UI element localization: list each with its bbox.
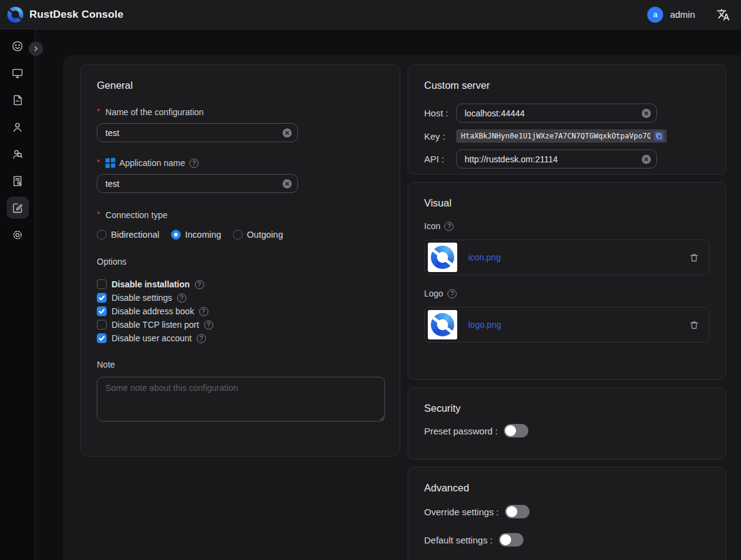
config-name-input[interactable] <box>97 123 298 142</box>
translate-icon[interactable] <box>716 8 730 21</box>
note-label: Note <box>97 360 384 369</box>
sidebar-expand-button[interactable] <box>29 42 43 56</box>
help-icon[interactable]: ? <box>177 293 186 303</box>
clear-icon[interactable] <box>642 108 651 118</box>
chevron-right-icon <box>32 45 39 52</box>
user-icon <box>11 121 24 134</box>
help-icon[interactable]: ? <box>195 280 204 289</box>
rustdesk-logo-icon <box>7 7 23 23</box>
preset-password-label: Preset password : <box>424 426 498 436</box>
host-label: Host : <box>424 108 456 118</box>
default-settings-toggle[interactable] <box>499 533 523 547</box>
logo-label: Logo ? <box>424 289 710 298</box>
sidebar-item-dashboard[interactable] <box>7 35 29 57</box>
app-name-label: * Application name ? <box>97 158 384 168</box>
checkbox-icon <box>97 293 107 303</box>
app-name-input[interactable] <box>97 174 298 193</box>
radio-outgoing[interactable]: Outgoing <box>233 230 283 240</box>
radio-bidirectional[interactable]: Bidirectional <box>97 230 159 240</box>
sidebar-item-custom-client[interactable] <box>7 197 29 219</box>
option-disable-tcp-listen-port[interactable]: Disable TCP listen port ? <box>97 318 384 331</box>
icon-file-card: icon.png <box>424 240 710 275</box>
override-settings-row: Override settings : <box>424 505 710 518</box>
custom-server-title: Custom server <box>424 80 710 91</box>
radio-icon <box>233 230 243 240</box>
general-panel: General * Name of the configuration * Ap… <box>80 64 400 456</box>
app-title: RustDesk Console <box>29 9 123 21</box>
config-name-label: * Name of the configuration <box>97 107 384 117</box>
preset-password-toggle[interactable] <box>504 424 528 437</box>
user-name[interactable]: admin <box>670 9 695 20</box>
icon-thumbnail <box>428 243 457 272</box>
trash-icon[interactable] <box>689 320 699 330</box>
help-icon[interactable]: ? <box>444 222 454 231</box>
host-input[interactable] <box>456 104 657 123</box>
advanced-panel: Advanced Override settings : Default set… <box>408 467 726 560</box>
logo-thumbnail <box>428 310 457 339</box>
radio-incoming[interactable]: Incoming <box>171 230 221 240</box>
security-title: Security <box>424 403 710 414</box>
help-icon[interactable]: ? <box>447 289 457 298</box>
top-bar: RustDesk Console a admin <box>0 0 741 29</box>
logo-file-link[interactable]: logo.png <box>468 320 678 330</box>
api-input[interactable] <box>456 149 657 168</box>
checkbox-icon <box>97 333 107 343</box>
smiley-icon <box>11 40 24 53</box>
preset-password-row: Preset password : <box>424 424 710 437</box>
help-icon[interactable]: ? <box>197 334 206 343</box>
api-label: API : <box>424 154 456 164</box>
help-icon[interactable]: ? <box>204 320 213 330</box>
sidebar-item-devices[interactable] <box>7 62 29 84</box>
clear-icon[interactable] <box>642 154 651 164</box>
option-disable-settings[interactable]: Disable settings ? <box>97 291 384 305</box>
key-value-chip: HtaXBkJNHyn0e1U1jWXze7A7CN7QTGWqxkOtpaVp… <box>456 129 667 143</box>
sidebar-item-logs[interactable] <box>7 89 29 111</box>
brand: RustDesk Console <box>7 7 123 23</box>
settings-icon <box>11 229 24 241</box>
page-background: General * Name of the configuration * Ap… <box>36 29 741 560</box>
icon-file-link[interactable]: icon.png <box>468 252 678 262</box>
option-disable-address-book[interactable]: Disable address book ? <box>97 305 384 318</box>
checkbox-icon <box>97 306 107 316</box>
help-icon[interactable]: ? <box>189 159 199 168</box>
help-icon[interactable]: ? <box>199 307 208 316</box>
general-title: General <box>97 80 384 91</box>
sidebar-item-users[interactable] <box>7 116 29 138</box>
icon-label: Icon ? <box>424 221 710 231</box>
trash-icon[interactable] <box>689 252 699 263</box>
windows-logo-icon <box>105 158 115 168</box>
copy-icon[interactable] <box>654 131 664 141</box>
radio-icon <box>97 230 107 240</box>
option-disable-user-account[interactable]: Disable user account ? <box>97 331 384 345</box>
document-icon <box>11 94 24 107</box>
sidebar-item-settings[interactable] <box>7 224 29 246</box>
advanced-title: Advanced <box>424 482 710 494</box>
key-label: Key : <box>424 131 456 142</box>
monitor-icon <box>11 67 24 80</box>
visual-panel: Visual Icon ? icon.png Logo ? <box>408 182 726 380</box>
override-settings-toggle[interactable] <box>505 505 530 518</box>
security-panel: Security Preset password : <box>408 387 726 460</box>
avatar[interactable]: a <box>647 7 663 23</box>
key-value: HtaXBkJNHyn0e1U1jWXze7A7CN7QTGWqxkOtpaVp… <box>461 132 650 140</box>
custom-server-panel: Custom server Host : Key : HtaXBkJNHyn0e… <box>408 64 726 175</box>
clear-icon[interactable] <box>283 179 292 188</box>
edit-icon <box>11 202 24 214</box>
checkbox-icon <box>97 320 107 330</box>
logo-file-card: logo.png <box>424 307 710 342</box>
user-group-icon <box>11 148 24 161</box>
sidebar-item-groups[interactable] <box>7 143 29 165</box>
clear-icon[interactable] <box>283 128 292 137</box>
option-disable-installation[interactable]: Disable installation ? <box>97 278 384 291</box>
connection-type-group: Bidirectional Incoming Outgoing <box>97 230 384 240</box>
default-settings-label: Default settings : <box>424 535 493 545</box>
required-mark: * <box>97 107 100 116</box>
visual-title: Visual <box>424 197 710 209</box>
sidebar <box>0 29 36 560</box>
connection-type-label: * Connection type <box>97 210 384 220</box>
radio-icon <box>171 230 181 240</box>
audit-log-icon <box>11 175 24 187</box>
default-settings-row: Default settings : <box>424 533 710 547</box>
sidebar-item-sessions[interactable] <box>7 170 29 192</box>
note-textarea[interactable] <box>97 377 385 422</box>
